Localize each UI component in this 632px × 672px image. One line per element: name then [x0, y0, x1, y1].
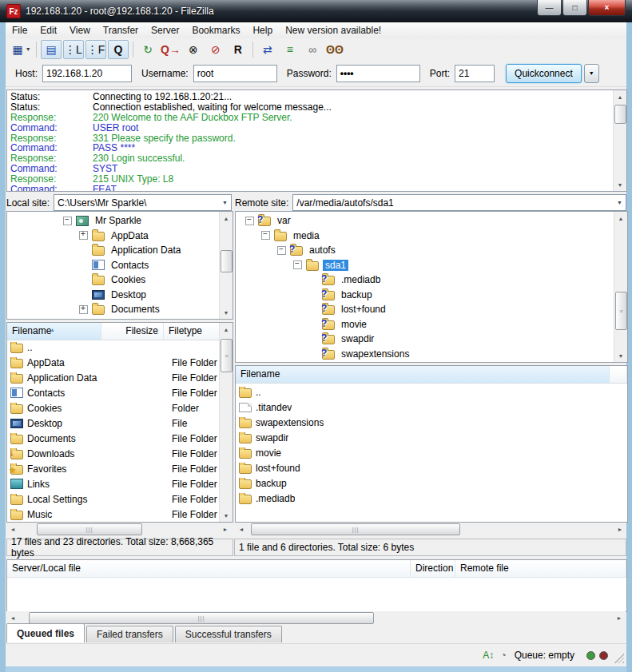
- synchronized-browsing-button[interactable]: ∞: [302, 40, 323, 59]
- column-header-filename[interactable]: ▴ Filename: [7, 323, 101, 340]
- tab-queued-files[interactable]: Queued files: [6, 623, 85, 642]
- collapse-icon[interactable]: [63, 217, 72, 225]
- cancel-button[interactable]: ⊗: [183, 40, 204, 59]
- scroll-right-icon[interactable]: ►: [219, 523, 232, 535]
- tree-item[interactable]: var: [236, 213, 614, 229]
- menu-server[interactable]: Server: [145, 23, 185, 38]
- toggle-message-log-button[interactable]: ▤: [41, 40, 62, 59]
- tree-item[interactable]: autofs: [236, 243, 614, 258]
- remote-tree-scrollbar[interactable]: ▲ ≡ ▼: [614, 212, 627, 362]
- file-row[interactable]: DownloadsFile Folder: [7, 446, 220, 461]
- tree-item[interactable]: Mr Sparkle: [7, 213, 220, 229]
- file-row[interactable]: DocumentsFile Folder: [7, 431, 220, 446]
- file-row[interactable]: AppDataFile Folder: [7, 355, 220, 370]
- scroll-up-icon[interactable]: ▲: [614, 212, 627, 225]
- close-button[interactable]: ×: [588, 0, 626, 16]
- collapse-icon[interactable]: [277, 246, 286, 255]
- port-input[interactable]: 21: [455, 65, 495, 82]
- tab-failed-transfers[interactable]: Failed transfers: [86, 626, 173, 642]
- log-scroll-thumb[interactable]: [614, 105, 626, 124]
- remote-list-hscrollbar[interactable]: ◄ ||| ►: [235, 523, 626, 535]
- site-manager-button[interactable]: ▦ ▼: [11, 40, 32, 59]
- scroll-left-icon[interactable]: ◄: [235, 523, 248, 535]
- tree-item[interactable]: swapextensions: [236, 347, 614, 361]
- tree-item[interactable]: movie: [236, 317, 614, 332]
- resize-grip[interactable]: [614, 654, 624, 663]
- tree-item[interactable]: .mediadb: [236, 272, 614, 288]
- file-row[interactable]: Local SettingsFile Folder: [7, 491, 220, 507]
- scroll-down-icon[interactable]: ▼: [220, 306, 233, 319]
- scroll-down-icon[interactable]: ▼: [614, 349, 627, 362]
- file-row[interactable]: CookiesFolder: [7, 400, 220, 416]
- column-header-direction[interactable]: Direction: [411, 560, 455, 577]
- remote-list-hscroll-thumb[interactable]: |||: [251, 523, 460, 535]
- scroll-left-icon[interactable]: ◄: [6, 611, 19, 624]
- toggle-queue-button[interactable]: Q: [108, 40, 129, 59]
- file-row[interactable]: swapextensions: [236, 415, 626, 430]
- file-row[interactable]: .mediadb: [236, 491, 626, 506]
- collapse-icon[interactable]: [293, 260, 302, 269]
- local-list-hscrollbar[interactable]: ◄ ||| ►: [6, 523, 232, 535]
- file-row[interactable]: lost+found: [236, 460, 626, 475]
- column-header-filesize[interactable]: Filesize: [101, 323, 164, 340]
- scroll-down-icon[interactable]: ▼: [220, 509, 233, 522]
- queue-hscrollbar[interactable]: ◄ ||| ►: [6, 611, 626, 624]
- process-queue-button[interactable]: Q→: [160, 40, 181, 59]
- log-scrollbar[interactable]: ▲ ▼: [613, 90, 626, 191]
- username-input[interactable]: root: [193, 65, 277, 82]
- file-row[interactable]: LinksFile Folder: [7, 476, 220, 491]
- collapse-icon[interactable]: [261, 231, 270, 240]
- quickconnect-dropdown-icon[interactable]: ▼: [584, 64, 599, 83]
- minimize-button[interactable]: —: [537, 0, 562, 16]
- tree-item[interactable]: backup: [236, 288, 614, 303]
- menu-help[interactable]: Help: [246, 23, 279, 38]
- scroll-down-icon[interactable]: ▼: [614, 178, 626, 191]
- file-row[interactable]: MusicFile Folder: [7, 507, 220, 522]
- quickconnect-button[interactable]: Quickconnect: [506, 64, 582, 83]
- tab-successful-transfers[interactable]: Successful transfers: [175, 626, 282, 642]
- column-header-server-local-file[interactable]: Server/Local file: [7, 560, 411, 577]
- file-row[interactable]: ContactsFile Folder: [7, 385, 220, 400]
- tree-item[interactable]: swapdir: [236, 332, 614, 347]
- site-manager-dropdown-icon[interactable]: ▼: [26, 46, 31, 52]
- tree-item[interactable]: lost+found: [236, 302, 614, 317]
- queue-hscroll-thumb[interactable]: |||: [29, 612, 374, 624]
- local-tree-scrollbar[interactable]: ▲ ▼: [219, 212, 233, 319]
- menu-new-version[interactable]: New version available!: [279, 23, 388, 38]
- column-header-remote-file[interactable]: Remote file: [455, 560, 626, 577]
- local-list-scroll-thumb[interactable]: ≡: [221, 339, 233, 372]
- scroll-up-icon[interactable]: ▲: [220, 323, 233, 336]
- file-row[interactable]: movie: [236, 445, 626, 460]
- file-row[interactable]: DesktopFile: [7, 416, 220, 431]
- local-list-scrollbar[interactable]: ▲ ≡ ▼: [219, 323, 233, 522]
- title-bar[interactable]: Fz 192.168.1.20 - root@192.168.1.20 - Fi…: [0, 0, 632, 22]
- scroll-right-icon[interactable]: ►: [614, 523, 626, 535]
- file-row[interactable]: ..: [236, 384, 626, 400]
- scroll-left-icon[interactable]: ◄: [6, 523, 19, 535]
- scroll-up-icon[interactable]: ▲: [220, 212, 233, 225]
- tree-item[interactable]: Application Data: [7, 243, 220, 258]
- file-row[interactable]: backup: [236, 475, 626, 491]
- menu-transfer[interactable]: Transfer: [97, 23, 145, 38]
- collapse-icon[interactable]: [245, 217, 254, 225]
- tree-item[interactable]: media: [236, 229, 614, 244]
- disconnect-button[interactable]: ⊘: [205, 40, 226, 59]
- menu-bookmarks[interactable]: Bookmarks: [185, 23, 246, 38]
- maximize-button[interactable]: □: [562, 0, 587, 16]
- tree-item[interactable]: Documents: [7, 302, 220, 317]
- local-tree-scroll-thumb[interactable]: [221, 250, 233, 272]
- file-row[interactable]: FavoritesFile Folder: [7, 461, 220, 476]
- tree-item[interactable]: Cookies: [7, 272, 220, 288]
- menu-file[interactable]: File: [6, 23, 34, 38]
- password-input[interactable]: ••••: [336, 65, 420, 82]
- find-files-button[interactable]: ʘʘ: [324, 40, 345, 59]
- tree-item-selected[interactable]: sda1: [236, 258, 614, 273]
- file-row[interactable]: swapdir: [236, 430, 626, 445]
- reconnect-button[interactable]: R: [228, 40, 248, 59]
- remote-tree-scroll-thumb[interactable]: ≡: [615, 292, 627, 330]
- menu-edit[interactable]: Edit: [34, 23, 63, 38]
- toggle-local-tree-button[interactable]: ⋮L: [63, 40, 84, 59]
- local-list-hscroll-thumb[interactable]: |||: [37, 523, 142, 535]
- directory-comparison-button[interactable]: ≡: [280, 40, 300, 59]
- expand-icon[interactable]: [79, 231, 88, 240]
